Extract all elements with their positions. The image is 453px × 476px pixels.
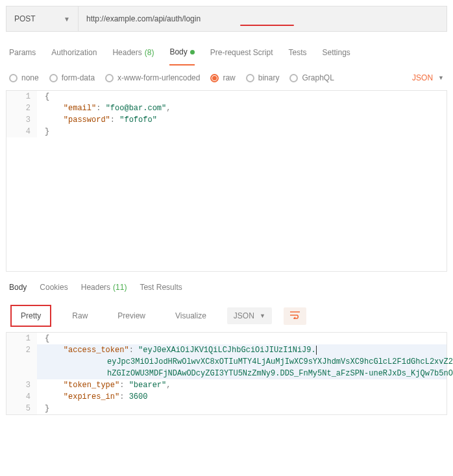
tab-tests[interactable]: Tests [288,43,306,65]
chevron-down-icon: ▼ [260,313,265,319]
view-pretty[interactable]: Pretty [10,305,51,327]
radio-raw-label: raw [223,73,235,82]
line-number: 1 [6,333,37,344]
code-line: eyJpc3MiOiJodHRwOlwvXC8xOTIuMTY4LjAuMjIw… [37,356,453,368]
code-line: "email": "foo@bar.com", [37,102,171,114]
radio-icon [289,74,298,82]
code-line: { [37,333,49,344]
tab-headers-label: Headers [112,48,141,57]
code-line: "password": "fofofo" [37,114,157,126]
radio-icon [246,74,254,82]
code-line: { [37,91,49,102]
radio-icon-checked [210,74,219,82]
resp-tab-headers-count: (11) [113,283,127,292]
chevron-down-icon: ▼ [64,16,70,23]
body-type-options: none form-data x-www-form-urlencoded raw… [0,65,453,90]
content-type-label: JSON [412,73,433,82]
tab-pre-request[interactable]: Pre-request Script [210,43,273,65]
line-number: 5 [6,403,37,414]
radio-none[interactable]: none [9,73,39,82]
request-body-editor[interactable]: 1 { 2 "email": "foo@bar.com", 3 "passwor… [6,90,447,272]
code-line: } [37,126,49,137]
line-number [6,356,37,368]
radio-x-www[interactable]: x-www-form-urlencoded [105,73,200,82]
response-body-editor[interactable]: 1 { 2 "access_token": "eyJ0eXAiOiJKV1QiL… [6,332,447,415]
radio-binary-label: binary [258,73,280,82]
radio-icon [49,74,58,82]
resp-tab-cookies[interactable]: Cookies [40,280,67,300]
request-tabs: Params Authorization Headers (8) Body Pr… [0,32,453,65]
line-number [6,368,37,379]
resp-tab-body[interactable]: Body [9,280,27,300]
tab-body-label: Body [169,47,187,56]
line-number: 2 [6,102,37,114]
line-number: 4 [6,126,37,137]
url-text: http://example.com/api/auth/login [86,14,201,23]
tab-headers[interactable]: Headers (8) [112,43,154,65]
radio-none-label: none [21,73,39,82]
method-label: POST [14,14,36,23]
line-number: 4 [6,391,37,403]
content-type-select[interactable]: JSON ▼ [412,73,444,82]
response-tabs: Body Cookies Headers (11) Test Results [0,272,453,300]
chevron-down-icon: ▼ [438,75,444,81]
resp-tab-test-results[interactable]: Test Results [140,280,182,300]
tab-authorization[interactable]: Authorization [51,43,97,65]
code-line: "token_type": "bearer", [37,379,171,391]
wrap-toggle-button[interactable] [284,307,306,325]
view-visualize[interactable]: Visualize [166,306,215,326]
url-highlight [240,25,294,26]
radio-form-data-label: form-data [62,73,95,82]
url-input[interactable]: http://example.com/api/auth/login [79,6,447,32]
view-preview[interactable]: Preview [108,306,154,326]
response-type-select[interactable]: JSON ▼ [227,307,272,324]
modified-dot-icon [190,50,195,54]
radio-icon [105,74,114,82]
line-number: 3 [6,114,37,126]
view-raw[interactable]: Raw [63,306,97,326]
code-line: hZGIzOWU3MDFjNDAwODcyZGI3YTU5NzZmNy9.DDS… [37,368,453,379]
radio-raw[interactable]: raw [210,73,235,82]
radio-form-data[interactable]: form-data [49,73,95,82]
tab-params[interactable]: Params [9,43,36,65]
line-wrap-icon [290,311,300,319]
line-number: 2 [6,344,37,356]
radio-binary[interactable]: binary [246,73,280,82]
tab-headers-count: (8) [145,48,154,57]
tab-settings[interactable]: Settings [323,43,350,65]
radio-icon [9,74,18,82]
radio-x-www-label: x-www-form-urlencoded [117,73,200,82]
response-type-label: JSON [234,311,254,320]
resp-tab-headers-label: Headers [81,283,110,292]
resp-tab-headers[interactable]: Headers (11) [81,280,127,300]
tab-body[interactable]: Body [169,43,194,65]
line-number: 1 [6,91,37,102]
radio-graphql-label: GraphQL [302,73,334,82]
code-line: "access_token": "eyJ0eXAiOiJKV1QiLCJhbGc… [37,344,316,356]
code-line: } [37,403,49,414]
request-bar: POST ▼ http://example.com/api/auth/login [6,6,447,32]
radio-graphql[interactable]: GraphQL [289,73,334,82]
line-number: 3 [6,379,37,391]
view-options-bar: Pretty Raw Preview Visualize JSON ▼ [0,300,453,332]
method-select[interactable]: POST ▼ [6,6,79,32]
code-line: "expires_in": 3600 [37,391,147,403]
